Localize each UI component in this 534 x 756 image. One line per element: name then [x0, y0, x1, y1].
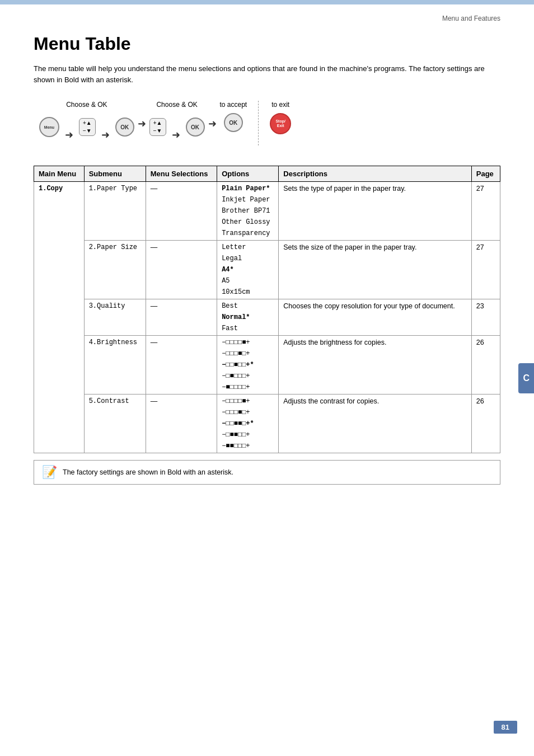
table-row: 5.Contrast — −□□□□■+ −□□□■□+ −□□■■□+* −□… — [34, 395, 500, 453]
options-paper-size: Letter Legal A4* A5 10x15cm — [217, 241, 279, 299]
page-quality: 23 — [471, 299, 500, 336]
diag-label-2: Choose & OK — [156, 101, 197, 109]
option-a4: A4* — [222, 266, 274, 274]
diag-step-1: Choose & OK Menu ➜ +▲ −▼ ➜ — [39, 101, 134, 141]
page-paper-size: 27 — [471, 241, 500, 299]
opt-bright-3: −□□■□□+* — [222, 361, 274, 369]
option-brother: Brother BP71 — [222, 207, 274, 215]
submenu-paper-type: 1.Paper Type — [84, 182, 146, 241]
nav-arrows-1: +▲ −▼ — [79, 118, 96, 136]
arrow-1: ➜ — [62, 129, 77, 141]
col-options: Options — [217, 166, 279, 182]
opt-bright-5: −■□□□□+ — [222, 383, 274, 391]
opt-cont-4: −□■■□□+ — [222, 431, 274, 439]
page-number: 81 — [494, 721, 517, 734]
options-paper-type: Plain Paper* Inkjet Paper Brother BP71 O… — [217, 182, 279, 241]
minus-sign-1: −▼ — [83, 128, 92, 134]
table-row: 3.Quality — Best Normal* Fast Chooses th… — [34, 299, 500, 336]
col-submenu: Submenu — [84, 166, 146, 182]
diag-row-1: Menu ➜ +▲ −▼ ➜ OK — [39, 113, 134, 141]
top-bar — [0, 0, 534, 4]
option-letter: Letter — [222, 243, 274, 251]
nav-arrows-widget-1[interactable]: +▲ −▼ — [79, 118, 96, 136]
ok-button-3-group: OK — [224, 113, 243, 132]
col-menu-sel: Menu Selections — [146, 166, 217, 182]
diag-row-2: +▲ −▼ ➜ OK — [149, 113, 205, 141]
options-brightness: −□□□□■+ −□□□■□+ −□□■□□+* −□■□□□+ −■□□□□+ — [217, 336, 279, 395]
main-menu-copy: 1.Copy — [34, 182, 85, 453]
nav-arrows-widget-2[interactable]: +▲ −▼ — [149, 118, 166, 136]
main-content: Menu Table The menu table will help you … — [0, 22, 534, 518]
stop-exit-button-group: Stop/Exit — [270, 113, 291, 134]
desc-paper-size: Sets the size of the paper in the paper … — [279, 241, 471, 299]
diag-step-4: to exit Stop/Exit — [270, 101, 291, 134]
opt-bright-2: −□□□■□+ — [222, 350, 274, 358]
ok-button-2[interactable]: OK — [186, 118, 205, 137]
table-row: 2.Paper Size — Letter Legal A4* A5 10x15… — [34, 241, 500, 299]
stop-exit-button[interactable]: Stop/Exit — [270, 113, 291, 134]
menu-button-group: Menu — [39, 117, 59, 137]
submenu-paper-size: 2.Paper Size — [84, 241, 146, 299]
col-descriptions: Descriptions — [279, 166, 471, 182]
table-header-row: Main Menu Submenu Menu Selections Option… — [34, 166, 500, 182]
opt-bright-1: −□□□□■+ — [222, 339, 274, 346]
page-paper-type: 27 — [471, 182, 500, 241]
ok-button-1[interactable]: OK — [115, 118, 134, 137]
ok-button-2-group: OK — [186, 118, 205, 137]
note-icon: 📝 — [42, 465, 57, 480]
option-glossy: Other Glossy — [222, 218, 274, 226]
arrow-3: ➜ — [168, 129, 184, 141]
nav-arrows-2: +▲ −▼ — [149, 118, 166, 136]
option-inkjet: Inkjet Paper — [222, 196, 274, 204]
menu-sel-1: — — [146, 182, 217, 241]
page-label: Menu and Features — [0, 4, 534, 22]
footer-note: 📝 The factory settings are shown in Bold… — [34, 460, 500, 485]
tab-letter: C — [523, 373, 530, 383]
opt-cont-3: −□□■■□+* — [222, 420, 274, 428]
arrow-between-1-2: ➜ — [134, 118, 149, 130]
arrow-between-2-3: ➜ — [205, 118, 220, 130]
option-fast: Fast — [222, 325, 274, 332]
page-brightness: 26 — [471, 336, 500, 395]
menu-sel-5: — — [146, 395, 217, 453]
option-a5: A5 — [222, 277, 274, 285]
tab-c: C — [518, 363, 534, 393]
stop-exit-label: Stop/Exit — [275, 119, 285, 128]
intro-text: The menu table will help you understand … — [34, 63, 500, 85]
menu-button[interactable]: Menu — [39, 117, 59, 137]
page-contrast: 26 — [471, 395, 500, 453]
opt-cont-2: −□□□■□+ — [222, 408, 274, 416]
arrow-2: ➜ — [98, 129, 113, 141]
table-row: 1.Copy 1.Paper Type — Plain Paper* Inkje… — [34, 182, 500, 241]
opt-bright-4: −□■□□□+ — [222, 372, 274, 380]
menu-table: Main Menu Submenu Menu Selections Option… — [34, 166, 500, 453]
diag-label-3: to accept — [220, 101, 247, 109]
plus-sign-1: +▲ — [83, 120, 92, 126]
desc-brightness: Adjusts the brightness for copies. — [279, 336, 471, 395]
option-normal: Normal* — [222, 313, 274, 321]
col-page: Page — [471, 166, 500, 182]
menu-sel-2: — — [146, 241, 217, 299]
option-plain-paper: Plain Paper* — [222, 185, 274, 192]
diag-step-2: Choose & OK +▲ −▼ ➜ OK — [149, 101, 205, 141]
option-legal: Legal — [222, 255, 274, 262]
options-contrast: −□□□□■+ −□□□■□+ −□□■■□+* −□■■□□+ −■■□□□+ — [217, 395, 279, 453]
diag-step-3: to accept OK — [220, 101, 247, 132]
desc-quality: Chooses the copy resolution for your typ… — [279, 299, 471, 336]
diag-label-1: Choose & OK — [66, 101, 107, 109]
submenu-quality: 3.Quality — [84, 299, 146, 336]
plus-sign-2: +▲ — [153, 120, 162, 126]
desc-contrast: Adjusts the contrast for copies. — [279, 395, 471, 453]
option-10x15: 10x15cm — [222, 288, 274, 296]
submenu-brightness: 4.Brightness — [84, 336, 146, 395]
ok-button-3[interactable]: OK — [224, 113, 243, 132]
footer-note-text: The factory settings are shown in Bold w… — [63, 468, 233, 476]
options-quality: Best Normal* Fast — [217, 299, 279, 336]
menu-sel-3: — — [146, 299, 217, 336]
dashed-divider — [258, 101, 259, 145]
table-row: 4.Brightness — −□□□□■+ −□□□■□+ −□□■□□+* … — [34, 336, 500, 395]
section-title: Menu and Features — [442, 15, 500, 22]
diag-row-4: Stop/Exit — [270, 113, 291, 134]
minus-sign-2: −▼ — [153, 128, 162, 134]
opt-cont-5: −■■□□□+ — [222, 442, 274, 450]
